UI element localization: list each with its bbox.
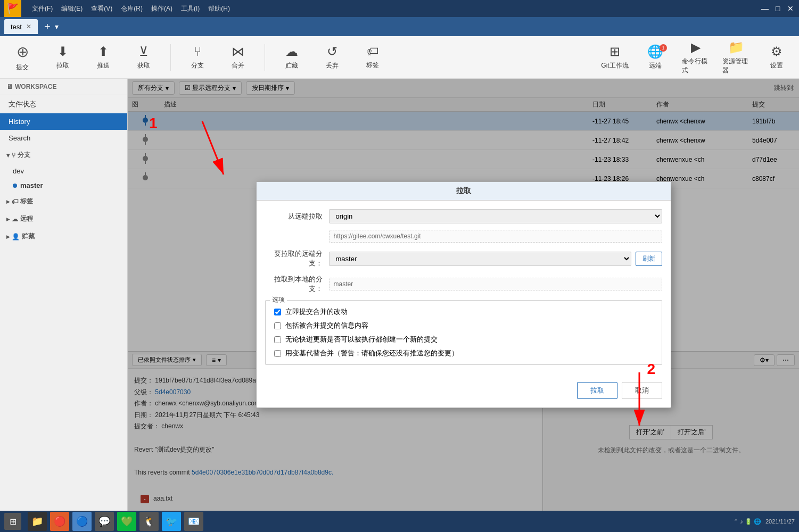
- menu-repo[interactable]: 仓库(R): [121, 4, 143, 13]
- stash-label-sidebar: 贮藏: [22, 232, 35, 241]
- option-checkbox-2[interactable]: [274, 336, 281, 343]
- option-checkbox-0[interactable]: [274, 309, 281, 315]
- sidebar-section-remote[interactable]: ▸ ☁ 远程: [0, 210, 127, 228]
- taskbar-app-1[interactable]: 📁: [28, 512, 47, 531]
- pull-confirm-button[interactable]: 拉取: [577, 382, 617, 399]
- taskbar-app-6[interactable]: 🐧: [139, 512, 159, 531]
- close-button[interactable]: ✕: [786, 4, 795, 13]
- chevron-down-icon: ▾: [6, 152, 10, 159]
- sidebar-section-stash[interactable]: ▸ 👤 贮藏: [0, 228, 127, 245]
- menu-action[interactable]: 操作(A): [151, 4, 172, 13]
- refresh-button[interactable]: 刷新: [636, 252, 662, 266]
- terminal-icon: ▶: [691, 40, 701, 55]
- merge-icon: ⋈: [232, 44, 244, 59]
- local-branch-label: 拉取到本地的分支：: [265, 275, 329, 294]
- push-icon: ⬆: [98, 44, 109, 59]
- sidebar-section-tags[interactable]: ▸ 🏷 标签: [0, 193, 127, 210]
- fetch-button[interactable]: ⊻ 获取: [130, 44, 158, 70]
- maximize-button[interactable]: □: [773, 4, 782, 13]
- remote-url-row: https://gitee.com/cwxue/test.git: [265, 230, 662, 243]
- taskbar-app-8[interactable]: 📧: [184, 512, 203, 531]
- stash-button[interactable]: ☁ 贮藏: [278, 44, 306, 70]
- discard-label: 丢弃: [326, 61, 339, 70]
- from-remote-label: 从远端拉取: [265, 212, 329, 221]
- remote-label: 远端: [649, 61, 662, 70]
- menu-tools[interactable]: 工具(I): [181, 4, 200, 13]
- remote-button[interactable]: 🌐 1 远端: [641, 44, 669, 70]
- settings-icon: ⚙: [771, 44, 782, 59]
- explorer-button[interactable]: 📁 资源管理器: [722, 40, 750, 75]
- commit-label: 提交: [16, 63, 29, 72]
- minimize-button[interactable]: —: [761, 4, 769, 13]
- remote-url-display: https://gitee.com/cwxue/test.git: [329, 230, 662, 243]
- pull-modal: 拉取 从远端拉取 origin https://gitee.com/cwxue/…: [256, 181, 671, 408]
- taskbar-app-5[interactable]: 💚: [117, 512, 136, 531]
- active-branch-indicator: [13, 184, 17, 188]
- tab-bar: test ✕ + ▾: [0, 17, 799, 36]
- window-controls: — □ ✕: [761, 4, 795, 13]
- tab-close-icon[interactable]: ✕: [26, 23, 31, 30]
- branch-button[interactable]: ⑂ 分支: [184, 44, 211, 70]
- sidebar-item-file-status[interactable]: 文件状态: [0, 95, 127, 113]
- app-logo: 🚩: [4, 0, 21, 17]
- sidebar-item-search[interactable]: Search: [0, 130, 127, 146]
- branch-dev-label: dev: [13, 167, 24, 175]
- taskbar-start[interactable]: ⊞: [4, 513, 21, 530]
- modal-footer: 拉取 取消: [257, 382, 671, 408]
- menu-edit[interactable]: 编辑(E): [61, 4, 83, 13]
- taskbar-systray: ⌃ ♪ 🔋 🌐 2021/11/27: [729, 518, 799, 525]
- modal-overlay: 拉取 从远端拉取 origin https://gitee.com/cwxue/…: [128, 79, 799, 511]
- titlebar: 🚩 文件(F) 编辑(E) 查看(V) 仓库(R) 操作(A) 工具(I) 帮助…: [0, 0, 799, 17]
- remote-badge: 1: [660, 44, 667, 52]
- discard-button[interactable]: ↺ 丢弃: [318, 44, 346, 70]
- sidebar-branch-master[interactable]: master: [0, 178, 127, 193]
- taskbar-app-4[interactable]: 💬: [95, 512, 114, 531]
- taskbar-app-7[interactable]: 🐦: [162, 512, 181, 531]
- menu-file[interactable]: 文件(F): [32, 4, 53, 13]
- commit-button[interactable]: ⊕ 提交: [9, 43, 36, 72]
- option-checkbox-1[interactable]: [274, 322, 281, 329]
- tags-label: 标签: [20, 197, 33, 206]
- main-area: 🖥 WORKSPACE 文件状态 History Search ▾ ⑂ 分支 d…: [0, 79, 799, 511]
- cancel-button[interactable]: 取消: [622, 382, 662, 399]
- remote-branch-row: 要拉取的远端分支： master 刷新: [265, 249, 662, 268]
- tag-button[interactable]: 🏷 标签: [359, 45, 386, 70]
- option-label-2: 无论快进更新是否可以被执行都创建一个新的提交: [285, 335, 438, 344]
- merge-button[interactable]: ⋈ 合并: [224, 44, 252, 70]
- option-checkbox-3[interactable]: [274, 350, 281, 357]
- taskbar-items: ⊞ 📁 🔴 🔵 💬 💚 🐧 🐦 📧: [0, 512, 208, 531]
- branches-label: 分支: [18, 151, 30, 160]
- settings-label: 设置: [770, 61, 783, 70]
- settings-button[interactable]: ⚙ 设置: [763, 44, 790, 70]
- taskbar-app-3[interactable]: 🔵: [72, 512, 92, 531]
- menu-help[interactable]: 帮助(H): [208, 4, 230, 13]
- taskbar-apps: 📁 🔴 🔵 💬 💚 🐧 🐦 📧: [28, 512, 203, 531]
- terminal-button[interactable]: ▶ 命令行模式: [682, 40, 710, 75]
- pull-icon: ⬇: [57, 44, 68, 59]
- local-branch-row: 拉取到本地的分支： master: [265, 275, 662, 294]
- taskbar-app-2[interactable]: 🔴: [50, 512, 69, 531]
- remote-branch-select[interactable]: master: [329, 252, 631, 266]
- options-legend: 选项: [270, 295, 287, 304]
- tab-dropdown-button[interactable]: ▾: [55, 22, 59, 31]
- modal-body: 从远端拉取 origin https://gitee.com/cwxue/tes…: [257, 201, 671, 382]
- sidebar-section-branches[interactable]: ▾ ⑂ 分支: [0, 146, 127, 164]
- sidebar-branch-dev[interactable]: dev: [0, 164, 127, 178]
- tab-test[interactable]: test ✕: [4, 19, 38, 34]
- workspace-header: 🖥 WORKSPACE: [0, 79, 127, 95]
- add-tab-button[interactable]: +: [44, 21, 51, 33]
- menu-view[interactable]: 查看(V): [91, 4, 112, 13]
- pull-button[interactable]: ⬇ 拉取: [49, 44, 77, 70]
- tab-label: test: [11, 23, 22, 31]
- option-row-1: 包括被合并提交的信息内容: [274, 321, 653, 330]
- push-button[interactable]: ⬆ 推送: [89, 44, 117, 70]
- git-workflow-icon: ⊞: [609, 44, 620, 59]
- remote-select[interactable]: origin: [329, 209, 662, 223]
- git-workflow-button[interactable]: ⊞ Git工作流: [601, 44, 629, 70]
- option-row-0: 立即提交合并的改动: [274, 307, 653, 317]
- sidebar-item-history[interactable]: History: [0, 113, 127, 130]
- taskbar: ⊞ 📁 🔴 🔵 💬 💚 🐧 🐦 📧 ⌃ ♪ 🔋 🌐 2021/11/27: [0, 511, 799, 532]
- branch-icon: ⑂: [194, 44, 201, 59]
- local-branch-display: master: [329, 278, 662, 290]
- remote-section-icon: ☁: [12, 215, 18, 223]
